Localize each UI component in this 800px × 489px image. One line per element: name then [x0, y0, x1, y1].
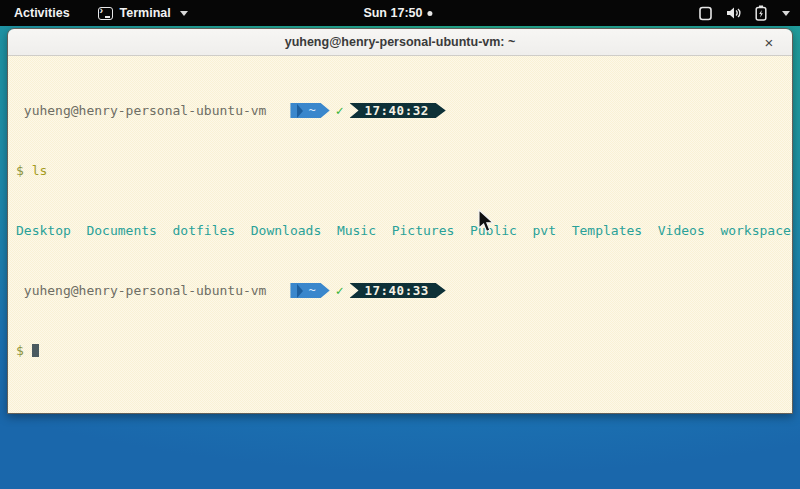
typed-command: ls: [32, 163, 48, 178]
ls-entry: Pictures: [392, 223, 455, 238]
terminal-content[interactable]: yuheng@henry-personal-ubuntu-vm ~ ✓ 17:4…: [8, 56, 792, 414]
ls-entry: Documents: [86, 223, 156, 238]
prompt-symbol: $: [16, 163, 24, 178]
ls-entry: workspace: [720, 223, 790, 238]
clock-button[interactable]: Sun 17:50: [363, 0, 432, 26]
prompt-path: ~: [308, 103, 315, 118]
terminal-icon: [98, 7, 113, 20]
text-cursor: [32, 344, 39, 357]
chevron-down-icon: [782, 11, 790, 16]
input-line: $: [16, 343, 792, 358]
activities-button[interactable]: Activities: [10, 0, 74, 26]
window-titlebar[interactable]: yuheng@henry-personal-ubuntu-vm: ~ ×: [8, 29, 792, 56]
top-bar: Activities Terminal Sun 17:50: [0, 0, 800, 26]
ls-entry: Templates: [572, 223, 642, 238]
powerline-path-segment: ~: [290, 103, 329, 118]
notification-dot: [427, 11, 432, 16]
desktop: Activities Terminal Sun 17:50: [0, 0, 800, 489]
ls-output: Desktop Documents dotfiles Downloads Mus…: [16, 223, 792, 238]
volume-icon: [726, 6, 742, 20]
powerline-time-segment: 17:40:32: [350, 103, 446, 118]
chevron-down-icon: [180, 11, 188, 16]
clock-label: Sun 17:50: [363, 6, 422, 20]
ls-entry: Music: [337, 223, 376, 238]
ls-entry: dotfiles: [173, 223, 236, 238]
prompt-symbol: $: [16, 343, 24, 358]
system-status-area[interactable]: [698, 0, 790, 26]
display-icon: [698, 6, 713, 21]
activities-label: Activities: [14, 6, 70, 20]
close-button[interactable]: ×: [756, 29, 782, 55]
powerline-separator-icon: [297, 104, 303, 118]
app-menu-label: Terminal: [120, 6, 171, 20]
prompt-line: yuheng@henry-personal-ubuntu-vm ~ ✓ 17:4…: [16, 103, 792, 118]
prompt-path: ~: [308, 283, 315, 298]
app-menu-terminal[interactable]: Terminal: [94, 0, 192, 26]
ls-entry: Downloads: [251, 223, 321, 238]
ls-entry: Videos: [658, 223, 705, 238]
powerline-path-segment: ~: [290, 283, 329, 298]
ls-entry: pvt: [533, 223, 556, 238]
window-title: yuheng@henry-personal-ubuntu-vm: ~: [285, 35, 516, 49]
ls-entry: Desktop: [16, 223, 71, 238]
battery-charging-icon: [755, 5, 767, 21]
prompt-user-host: yuheng@henry-personal-ubuntu-vm: [24, 103, 267, 118]
command-line: $ ls: [16, 163, 792, 178]
powerline-time-segment: 17:40:33: [350, 283, 446, 298]
exit-status-check-icon: ✓: [336, 283, 344, 298]
ls-entry: Public: [470, 223, 517, 238]
powerline-separator-icon: [297, 284, 303, 298]
terminal-window: yuheng@henry-personal-ubuntu-vm: ~ × yuh…: [7, 28, 793, 414]
prompt-user-host: yuheng@henry-personal-ubuntu-vm: [24, 283, 267, 298]
exit-status-check-icon: ✓: [336, 103, 344, 118]
prompt-line: yuheng@henry-personal-ubuntu-vm ~ ✓ 17:4…: [16, 283, 792, 298]
